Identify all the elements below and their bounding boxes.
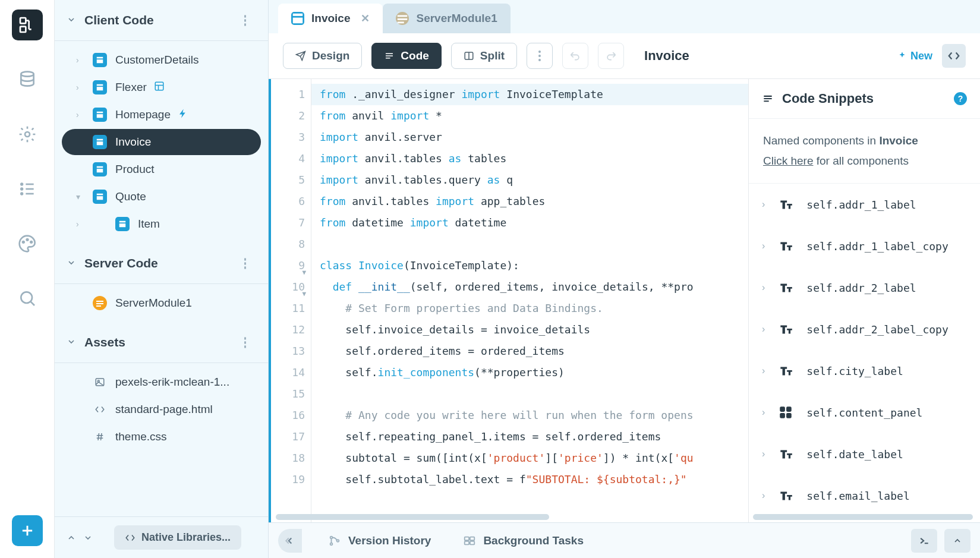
sidebar-item[interactable]: ▾Quote [62, 184, 261, 210]
rail-theme[interactable] [12, 228, 43, 259]
svg-point-8 [26, 239, 28, 241]
background-tasks-label: Background Tasks [483, 534, 584, 547]
svg-rect-20 [97, 166, 103, 168]
code-panel-toggle[interactable] [942, 44, 966, 68]
close-tab-button[interactable]: ✕ [361, 12, 370, 25]
rail-outline[interactable] [12, 174, 43, 204]
scrollbar[interactable] [753, 514, 973, 520]
code-line[interactable]: import anvil.tables.query as q [320, 169, 740, 191]
rail-database[interactable] [12, 64, 43, 95]
snippet-item[interactable]: ›self.addr_1_label_copy [749, 225, 980, 267]
rail-search[interactable] [12, 283, 43, 314]
expand-panel-button[interactable] [944, 529, 970, 553]
code-line[interactable] [320, 383, 740, 405]
code-button[interactable]: Code [371, 43, 442, 69]
toolbar-more-button[interactable] [527, 43, 553, 69]
sidebar-item-label: Item [138, 217, 160, 231]
snippet-item[interactable]: ›self.addr_1_label [749, 184, 980, 225]
snippet-item[interactable]: ›self.addr_2_label [749, 267, 980, 308]
code-line[interactable]: import anvil.server [320, 127, 740, 148]
rail-add-button[interactable] [12, 515, 43, 546]
chevron-right-icon[interactable]: › [76, 83, 79, 92]
version-history-tab[interactable]: Version History [315, 528, 444, 553]
svg-rect-25 [119, 223, 126, 227]
editor-tab[interactable]: ServerModule1 [383, 4, 510, 33]
code-line[interactable]: def __init__(self, ordered_items, invoic… [320, 276, 740, 298]
background-tasks-tab[interactable]: Background Tasks [450, 528, 597, 553]
svg-rect-11 [97, 57, 103, 59]
section-header[interactable]: Assets⋮ [55, 322, 268, 363]
sidebar-item[interactable]: ›Homepage [62, 102, 261, 128]
text-icon [777, 196, 795, 213]
snippet-item[interactable]: ›self.date_label [749, 433, 980, 475]
svg-point-44 [330, 536, 333, 538]
split-button[interactable]: Split [451, 43, 517, 69]
code-line[interactable] [320, 234, 740, 255]
snippet-item[interactable]: ›self.city_label [749, 350, 980, 392]
toolbar-title: Invoice [644, 48, 689, 64]
chevron-right-icon: › [762, 407, 765, 418]
sidebar-item[interactable]: standard-page.html [62, 396, 261, 423]
new-button[interactable]: New [897, 50, 932, 62]
code-line[interactable]: # Set Form properties and Data Bindings. [320, 298, 740, 319]
text-icon [777, 279, 795, 297]
code-line[interactable]: subtotal = sum([int(x['product']['price'… [320, 447, 740, 469]
snippet-item[interactable]: ›self.addr_2_label_copy [749, 308, 980, 350]
chevron-down-icon[interactable]: ▾ [76, 192, 80, 201]
rail-settings[interactable] [12, 119, 43, 150]
svg-point-6 [21, 193, 23, 195]
chevron-right-icon[interactable]: › [76, 55, 79, 65]
sidebar-item[interactable]: ›Flexer [62, 74, 261, 100]
sidebar-item[interactable]: Invoice [62, 129, 261, 155]
code-editor[interactable]: 123456789▼10▼111213141516171819 from ._a… [269, 79, 748, 522]
sidebar-item[interactable]: Product [62, 156, 261, 182]
section-header[interactable]: Server Code⋮ [55, 243, 268, 284]
editor-tab[interactable]: Invoice✕ [278, 4, 383, 33]
sidebar-item[interactable]: ›CustomerDetails [62, 47, 261, 73]
nav-up-button[interactable] [63, 529, 80, 546]
code-line[interactable]: class Invoice(InvoiceTemplate): [320, 255, 740, 276]
section-more-button[interactable]: ⋮ [234, 254, 256, 273]
svg-point-4 [21, 184, 23, 185]
sidebar-item[interactable]: ›Item [62, 211, 261, 237]
snippet-item[interactable]: ›self.content_panel [749, 392, 980, 433]
code-line[interactable]: self.repeating_panel_1.items = self.orde… [320, 426, 740, 447]
code-content[interactable]: from ._anvil_designer import InvoiceTemp… [311, 79, 748, 522]
code-line[interactable]: self.subtotal_label.text = f"SUBTOTAL: $… [320, 469, 740, 490]
sidebar-item[interactable]: pexels-erik-mclean-1... [62, 369, 261, 395]
design-button[interactable]: Design [283, 43, 362, 69]
console-button[interactable] [911, 529, 937, 553]
svg-point-5 [21, 188, 23, 190]
code-line[interactable]: from anvil import * [320, 105, 740, 127]
svg-rect-1 [20, 27, 26, 32]
code-line[interactable]: self.init_components(**properties) [320, 362, 740, 383]
help-button[interactable]: ? [954, 92, 967, 105]
undo-button[interactable] [562, 43, 588, 69]
chevron-right-icon: › [762, 199, 765, 210]
code-line[interactable]: import anvil.tables as tables [320, 148, 740, 169]
code-line[interactable]: from ._anvil_designer import InvoiceTemp… [311, 84, 748, 105]
sidebar-item-label: ServerModule1 [115, 297, 192, 310]
native-libraries-button[interactable]: Native Libraries... [114, 525, 241, 550]
code-line[interactable]: from anvil.tables import app_tables [320, 191, 740, 212]
section-more-button[interactable]: ⋮ [234, 11, 256, 30]
section-header[interactable]: Client Code⋮ [55, 0, 268, 41]
sidebar-item[interactable]: ServerModule1 [62, 290, 261, 316]
code-line[interactable]: self.ordered_items = ordered_items [320, 341, 740, 362]
redo-button[interactable] [598, 43, 624, 69]
code-line[interactable]: self.invoice_details = invoice_details [320, 319, 740, 341]
collapse-sidebar-button[interactable] [278, 529, 302, 553]
rail-app-browser[interactable] [12, 10, 43, 40]
section-more-button[interactable]: ⋮ [234, 333, 256, 352]
code-line[interactable]: from datetime import datetime [320, 212, 740, 234]
code-line[interactable]: # Any code you write here will run when … [320, 405, 740, 426]
chevron-right-icon[interactable]: › [76, 110, 79, 119]
snippet-item[interactable]: ›self.email_label [749, 475, 980, 516]
scrollbar[interactable] [276, 514, 549, 520]
chevron-right-icon[interactable]: › [76, 219, 79, 229]
sidebar-item[interactable]: theme.css [62, 424, 261, 450]
svg-rect-19 [97, 141, 103, 145]
nav-down-button[interactable] [80, 529, 96, 546]
all-components-link[interactable]: Click here [763, 155, 813, 167]
chevron-down-icon [67, 335, 76, 349]
